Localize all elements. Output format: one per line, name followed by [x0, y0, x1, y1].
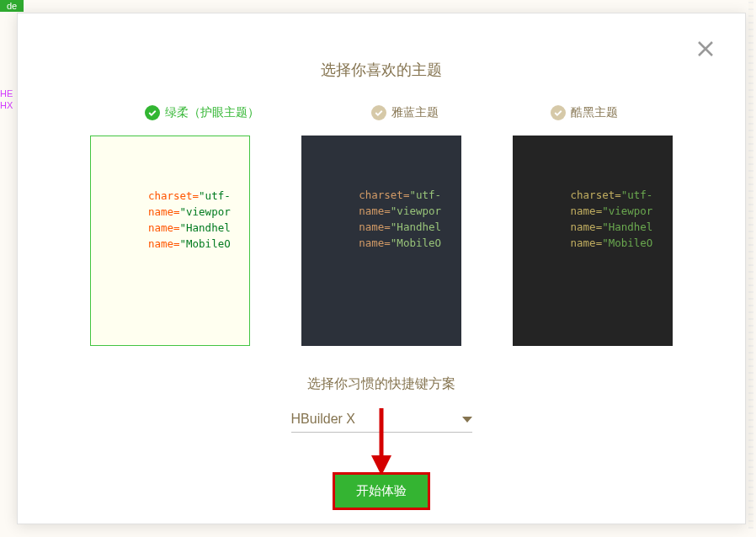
theme-label: 酷黑主题 [571, 105, 618, 120]
theme-preview-blue[interactable]: charset="utf- name="viewpor name="Handhe… [301, 136, 461, 346]
theme-option-dark[interactable]: 酷黑主题 [551, 105, 618, 120]
modal-title: 选择你喜欢的主题 [18, 60, 745, 80]
theme-selector-modal: 选择你喜欢的主题 绿柔（护眼主题） 雅蓝主题 酷黑 [17, 13, 746, 524]
close-icon[interactable] [695, 39, 716, 59]
start-button[interactable]: 开始体验 [333, 472, 430, 510]
theme-option-blue[interactable]: 雅蓝主题 [371, 105, 439, 120]
check-icon [371, 105, 386, 120]
theme-preview-dark[interactable]: charset="utf- name="viewpor name="Handhe… [513, 136, 673, 346]
dropdown-value: HBuilder X [291, 412, 355, 427]
theme-options-row: 绿柔（护眼主题） 雅蓝主题 酷黑主题 [18, 105, 745, 136]
check-icon [145, 105, 160, 120]
theme-option-green[interactable]: 绿柔（护眼主题） [145, 105, 259, 120]
theme-label: 雅蓝主题 [391, 105, 439, 120]
theme-preview-green[interactable]: charset="utf- name="viewpor name="Handhe… [90, 136, 250, 346]
minimap-strip [748, 0, 753, 529]
chevron-down-icon [462, 417, 472, 423]
left-edge-text: HE HX [0, 0, 17, 537]
theme-previews-row: charset="utf- name="viewpor name="Handhe… [18, 136, 745, 346]
shortcut-subtitle: 选择你习惯的快捷键方案 [18, 375, 745, 393]
shortcut-scheme-dropdown[interactable]: HBuilder X [291, 412, 472, 433]
theme-label: 绿柔（护眼主题） [165, 105, 259, 120]
check-icon [551, 105, 566, 120]
